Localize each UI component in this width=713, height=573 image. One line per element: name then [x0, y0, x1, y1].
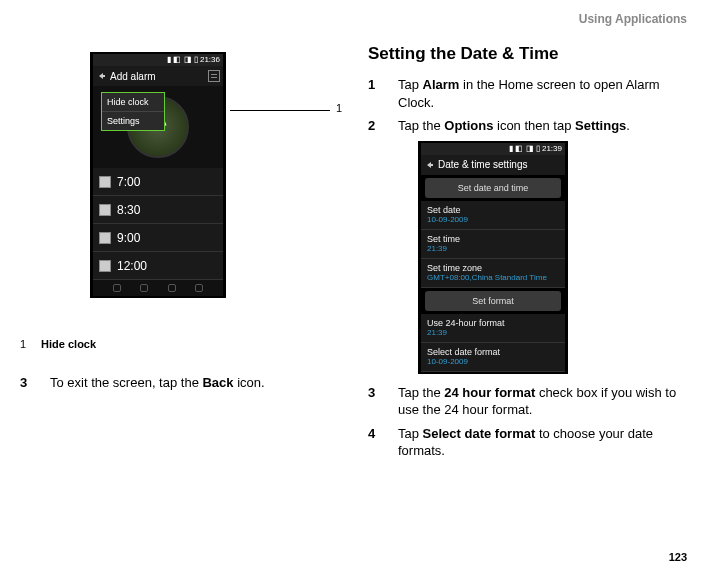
nav-icon [168, 284, 176, 292]
row-select-date-format: Select date format10-09-2009 [421, 343, 565, 372]
alarm-time: 12:00 [117, 259, 147, 273]
row-set-time: Set time21:39 [421, 230, 565, 259]
phone-screenshot-left: ▮ ◧ ◨ ▯ 21:36 Add alarm Hide clock Setti… [90, 52, 350, 298]
step-text: Tap Alarm in the Home screen to open Ala… [398, 76, 688, 111]
checkbox-icon [99, 204, 111, 216]
step-3: 3 Tap the 24 hour format check box if yo… [368, 384, 688, 419]
step-1: 1 Tap Alarm in the Home screen to open A… [368, 76, 688, 111]
phone-screenshot-right: ▮ ◧ ◨ ▯ 21:39 Date & time settings Set d… [418, 141, 688, 374]
checkbox-icon [99, 232, 111, 244]
step-text-bold: Settings [575, 118, 626, 133]
screen-title: Date & time settings [438, 159, 527, 170]
nav-icon [113, 284, 121, 292]
step-text-part: Tap the [398, 385, 444, 400]
status-bar: ▮ ◧ ◨ ▯ 21:36 [93, 54, 223, 66]
step-text-part: Tap the [398, 118, 444, 133]
right-column: Setting the Date & Time 1 Tap Alarm in t… [368, 44, 688, 466]
step-2: 2 Tap the Options icon then tap Settings… [368, 117, 688, 135]
callout-leader-line [230, 110, 330, 111]
step-text: To exit the screen, tap the Back icon. [50, 374, 265, 392]
step-text-bold: Select date format [423, 426, 536, 441]
back-arrow-icon [424, 160, 434, 170]
alarm-row: 8:30 [93, 196, 223, 224]
step-text-part: . [626, 118, 630, 133]
status-time: 21:39 [542, 144, 562, 153]
popup-item-hide-clock: Hide clock [102, 93, 164, 112]
status-icons: ▮ ◧ ◨ ▯ [167, 55, 200, 64]
alarm-time: 7:00 [117, 175, 140, 189]
row-label: Use 24-hour format [427, 318, 559, 328]
alarm-row: 9:00 [93, 224, 223, 252]
step-number: 4 [368, 425, 380, 460]
button-set-date-time: Set date and time [425, 178, 561, 198]
screen-title: Add alarm [110, 71, 156, 82]
status-bar: ▮ ◧ ◨ ▯ 21:39 [421, 143, 565, 155]
step-text: Tap Select date format to choose your da… [398, 425, 688, 460]
row-label: Set time zone [427, 263, 559, 273]
phone-frame: ▮ ◧ ◨ ▯ 21:36 Add alarm Hide clock Setti… [90, 52, 226, 298]
step-text-part: Tap [398, 77, 423, 92]
phone-frame: ▮ ◧ ◨ ▯ 21:39 Date & time settings Set d… [418, 141, 568, 374]
row-label: Set time [427, 234, 559, 244]
nav-icon [195, 284, 203, 292]
alarm-row: 7:00 [93, 168, 223, 196]
step-text-part: Tap [398, 426, 423, 441]
step-text-bold: Options [444, 118, 493, 133]
step-text-part: To exit the screen, tap the [50, 375, 202, 390]
legend-text: Hide clock [41, 338, 96, 350]
checkbox-icon [99, 176, 111, 188]
header-section-label: Using Applications [579, 12, 687, 26]
step-3-left: 3 To exit the screen, tap the Back icon. [20, 374, 350, 392]
step-text-bold: Alarm [423, 77, 460, 92]
row-label: Select date format [427, 347, 559, 357]
row-value: GMT+08:00,China Standard Time [427, 273, 559, 282]
step-text-bold: Back [202, 375, 233, 390]
legend-row: 1 Hide clock [20, 338, 350, 350]
row-set-timezone: Set time zoneGMT+08:00,China Standard Ti… [421, 259, 565, 288]
nav-icon [140, 284, 148, 292]
step-number: 3 [20, 374, 32, 392]
step-text-part: icon. [234, 375, 265, 390]
checkbox-icon [99, 260, 111, 272]
menu-icon [208, 70, 220, 82]
page-number: 123 [669, 551, 687, 563]
row-value: 10-09-2009 [427, 215, 559, 224]
row-set-date: Set date10-09-2009 [421, 201, 565, 230]
section-heading: Setting the Date & Time [368, 44, 688, 64]
callout-label-1: 1 [336, 102, 342, 114]
title-bar: Date & time settings [421, 155, 565, 175]
step-text-bold: 24 hour format [444, 385, 535, 400]
step-number: 3 [368, 384, 380, 419]
step-text: Tap the 24 hour format check box if you … [398, 384, 688, 419]
nav-bar [93, 280, 223, 296]
step-number: 2 [368, 117, 380, 135]
alarm-row: 12:00 [93, 252, 223, 280]
step-text: Tap the Options icon then tap Settings. [398, 117, 630, 135]
left-column: ▮ ◧ ◨ ▯ 21:36 Add alarm Hide clock Setti… [20, 52, 350, 398]
row-use-24h: Use 24-hour format21:39 [421, 314, 565, 343]
step-4: 4 Tap Select date format to choose your … [368, 425, 688, 460]
popup-menu: Hide clock Settings [101, 92, 165, 131]
status-time: 21:36 [200, 55, 220, 64]
button-set-format: Set format [425, 291, 561, 311]
row-value: 21:39 [427, 244, 559, 253]
back-arrow-icon [96, 71, 106, 81]
status-icons: ▮ ◧ ◨ ▯ [509, 144, 542, 153]
row-label: Set date [427, 205, 559, 215]
alarm-time: 8:30 [117, 203, 140, 217]
row-value: 21:39 [427, 328, 559, 337]
title-bar: Add alarm [93, 66, 223, 86]
step-number: 1 [368, 76, 380, 111]
legend-number: 1 [20, 338, 38, 350]
step-text-part: icon then tap [493, 118, 575, 133]
clock-area: Hide clock Settings [93, 86, 223, 168]
popup-item-settings: Settings [102, 112, 164, 130]
alarm-time: 9:00 [117, 231, 140, 245]
row-value: 10-09-2009 [427, 357, 559, 366]
